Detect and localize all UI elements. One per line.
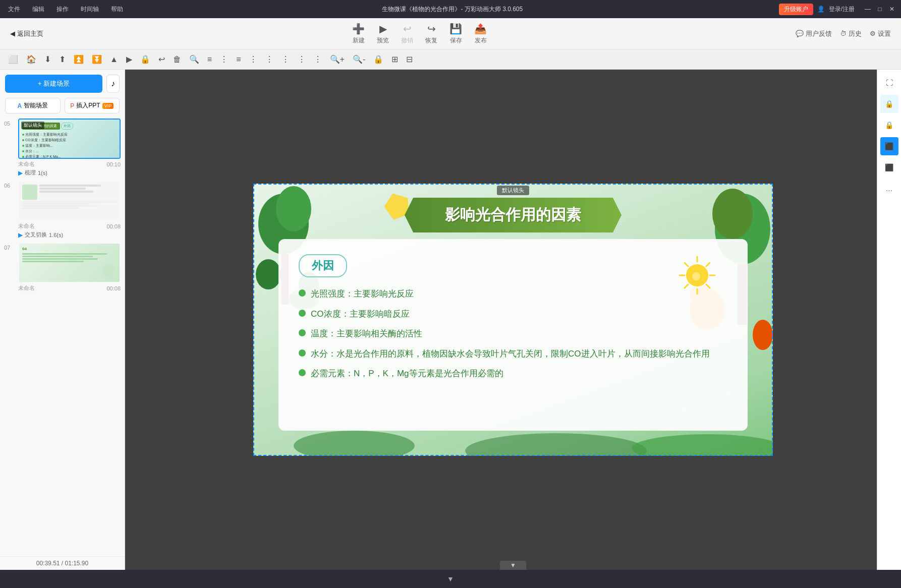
sec-btn-align2[interactable]: ⋮ — [217, 53, 231, 66]
publish-icon: 📤 — [474, 23, 487, 35]
right-btn-more[interactable]: … — [880, 180, 898, 198]
scene-transition-06[interactable]: ▶ 交叉切换 1.6(s) — [18, 231, 121, 239]
scene-thumb-inner-07: 04 — [19, 244, 120, 282]
scene-name-07: 未命名 — [18, 284, 35, 292]
menu-file[interactable]: 文件 — [5, 4, 23, 15]
right-panel: ⛶ 🔒 🔒 ⬛ ⬛ … — [877, 70, 901, 570]
sec-btn-1[interactable]: ⬜ — [5, 53, 21, 66]
insert-ppt-button[interactable]: P 插入PPT VIP — [65, 98, 120, 113]
bullet-dot-4 — [299, 349, 306, 357]
new-button[interactable]: ➕ 新建 — [352, 23, 365, 45]
scene-thumb-inner-05: 影响光合作用的因素 外因 光照强度：主要影响光反应 CO浓度：主要影响暗反应 温… — [19, 120, 120, 158]
scene-thumbnail-05[interactable]: 影响光合作用的因素 外因 光照强度：主要影响光反应 CO浓度：主要影响暗反应 温… — [18, 119, 121, 159]
right-btn-square1[interactable]: ⬛ — [880, 137, 898, 155]
music-button[interactable]: ♪ — [106, 75, 120, 93]
sec-lock2[interactable]: 🔒 — [370, 53, 386, 66]
scene-duration-07: 00:08 — [106, 285, 121, 291]
toolbar-center: ➕ 新建 ▶ 预览 ↩ 撤销 ↪ 恢复 💾 保存 📤 发布 — [53, 23, 785, 45]
menu-help[interactable]: 帮助 — [108, 4, 126, 15]
sec-btn-bottom[interactable]: ⏬ — [89, 53, 105, 66]
svg-line-23 — [685, 263, 688, 266]
sec-btn-del[interactable]: 🗑 — [170, 53, 184, 66]
svg-point-24 — [692, 272, 700, 280]
right-btn-fullscreen[interactable]: ⛶ — [880, 74, 898, 92]
sec-zoom-in[interactable]: 🔍+ — [327, 53, 348, 66]
sec-btn-top[interactable]: ⏫ — [71, 53, 87, 66]
bullet-dot-1 — [299, 289, 306, 297]
scene-transition-05[interactable]: ▶ 梳理 1(s) — [18, 169, 121, 177]
minimize-button[interactable]: — — [864, 6, 872, 13]
scene-list: 05 影响光合作用的因素 外因 光照强度：主要影响光反应 CO浓度：主要影响暗反… — [0, 119, 125, 556]
sec-btn-align4[interactable]: ⋮ — [246, 53, 260, 66]
collapse-chevron[interactable]: ▼ — [500, 561, 526, 570]
menu-edit[interactable]: 编辑 — [29, 4, 47, 15]
menu-timeline[interactable]: 时间轴 — [78, 4, 102, 15]
mini-slide-06 — [19, 182, 120, 220]
transition-icon-06: ▶ — [18, 231, 23, 239]
redo-button[interactable]: ↪ 恢复 — [425, 23, 437, 45]
window-controls[interactable]: — □ ✕ — [864, 6, 896, 13]
sec-btn-up[interactable]: ⬆ — [56, 53, 69, 66]
sec-btn-align8[interactable]: ⋮ — [311, 53, 325, 66]
ppt-icon: P — [70, 102, 74, 109]
bullet-dot-5 — [299, 369, 306, 376]
smart-scene-button[interactable]: A 智能场景 — [5, 98, 61, 113]
right-btn-square2[interactable]: ⬛ — [880, 158, 898, 177]
bullet-list: 光照强度：主要影响光反应 CO浓度：主要影响暗反应 温度：主要影响相关酶的活性 … — [299, 287, 727, 380]
new-scene-button[interactable]: + 新建场景 — [5, 75, 102, 93]
maximize-button[interactable]: □ — [876, 6, 884, 13]
sec-btn-align7[interactable]: ⋮ — [295, 53, 309, 66]
sec-btn-align1[interactable]: ≡ — [204, 53, 215, 66]
sec-btn-undo[interactable]: ↩ — [155, 53, 168, 66]
preview-icon: ▶ — [379, 23, 387, 35]
canvas-area[interactable]: 默认镜头 — [125, 70, 901, 570]
scene-name-06: 未命名 — [18, 222, 35, 230]
sec-grid[interactable]: ⊞ — [388, 53, 401, 66]
sidebar-sub-actions: A 智能场景 P 插入PPT VIP — [0, 98, 125, 119]
sec-zoom-out[interactable]: 🔍- — [350, 53, 368, 66]
sec-btn-tri2[interactable]: ▶ — [123, 53, 135, 66]
scene-info-07: 未命名 00:08 — [18, 284, 121, 292]
sec-btn-lock[interactable]: 🔒 — [137, 53, 153, 66]
bottom-chevron[interactable]: ▼ — [447, 575, 454, 583]
history-button[interactable]: ⏱ 历史 — [840, 29, 862, 38]
login-button[interactable]: 登录/注册 — [829, 5, 855, 14]
save-button[interactable]: 💾 保存 — [449, 23, 462, 45]
feedback-button[interactable]: 💬 用户反馈 — [796, 29, 832, 38]
main-layout: + 新建场景 ♪ A 智能场景 P 插入PPT VIP 05 — [0, 70, 901, 570]
scene-item-05: 05 影响光合作用的因素 外因 光照强度：主要影响光反应 CO浓度：主要影响暗反… — [4, 119, 121, 177]
upgrade-button[interactable]: 升级账户 — [779, 4, 813, 15]
sec-btn-down[interactable]: ⬇ — [41, 53, 54, 66]
scene-item-07: 07 04 — [4, 243, 121, 292]
undo-button[interactable]: ↩ 撤销 — [401, 23, 413, 45]
sidebar-time: 00:39.51 / 01:15.90 — [0, 556, 125, 570]
back-button[interactable]: ◀ 返回主页 — [10, 29, 43, 38]
svg-point-10 — [753, 320, 773, 350]
right-btn-lock1[interactable]: 🔒 — [880, 95, 898, 113]
publish-button[interactable]: 📤 发布 — [474, 23, 487, 45]
bullet-item-4: 水分：水是光合作用的原料，植物因缺水会导致叶片气孔关闭，限制CO进入叶片，从而间… — [299, 347, 727, 361]
right-btn-lock2[interactable]: 🔒 — [880, 116, 898, 134]
settings-button[interactable]: ⚙ 设置 — [870, 29, 891, 38]
sec-btn-align3[interactable]: ≡ — [233, 53, 244, 66]
menu-operate[interactable]: 操作 — [53, 4, 72, 15]
external-factor-label: 外因 — [299, 254, 347, 277]
sec-btn-home[interactable]: 🏠 — [23, 53, 39, 66]
scene-info-05: 未命名 00:10 — [18, 160, 121, 168]
undo-icon: ↩ — [403, 23, 412, 35]
close-button[interactable]: ✕ — [888, 6, 896, 13]
scene-thumbnail-06[interactable] — [18, 181, 121, 221]
sec-btn-search[interactable]: 🔍 — [186, 53, 202, 66]
sec-btn-tri[interactable]: ▲ — [107, 53, 121, 66]
menu-bar[interactable]: 文件 编辑 操作 时间轴 帮助 — [5, 4, 126, 15]
sec-minus[interactable]: ⊟ — [403, 53, 416, 66]
scene-name-05: 未命名 — [18, 160, 35, 168]
scene-thumbnail-07[interactable]: 04 — [18, 243, 121, 283]
preview-button[interactable]: ▶ 预览 — [377, 23, 389, 45]
slide-title-banner: 影响光合作用的因素 — [405, 198, 622, 232]
sec-btn-align5[interactable]: ⋮ — [262, 53, 276, 66]
sec-btn-align6[interactable]: ⋮ — [278, 53, 293, 66]
svg-point-12 — [294, 431, 415, 456]
vip-badge: VIP — [102, 103, 114, 109]
scene-content-07: 04 未命名 00:08 — [18, 243, 121, 292]
